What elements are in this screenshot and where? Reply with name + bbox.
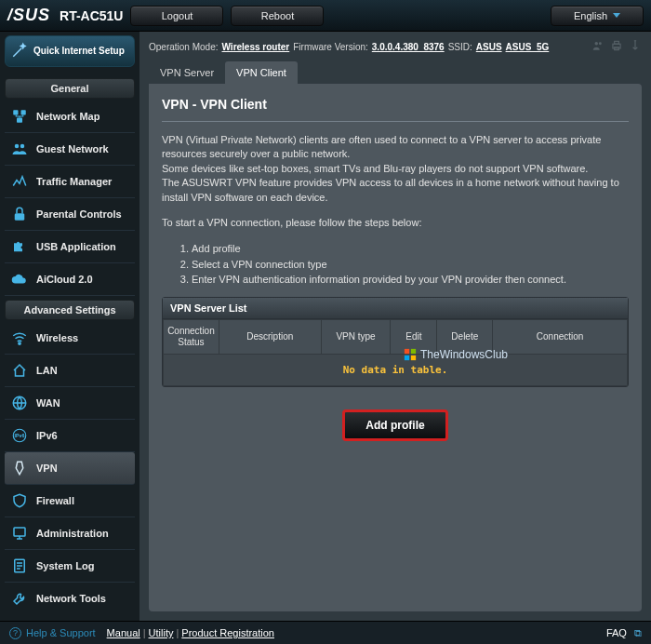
col-connection-status: Connection Status — [164, 319, 219, 354]
sidebar-item-label: Parental Controls — [36, 208, 122, 220]
svg-rect-15 — [615, 41, 619, 44]
faq-label: FAQ — [606, 627, 627, 638]
panel-p3: The ASUSWRT VPN feature provides VPN acc… — [162, 177, 619, 202]
content-area: Operation Mode: Wireless router Firmware… — [140, 32, 651, 621]
sidebar-item-wan[interactable]: WAN — [5, 387, 135, 420]
network-map-icon — [10, 107, 29, 126]
language-label: English — [574, 10, 607, 21]
qis-label: Quick Internet Setup — [33, 46, 125, 57]
tab-vpn-server[interactable]: VPN Server — [149, 61, 225, 84]
product-registration-link[interactable]: Product Registration — [181, 627, 274, 638]
svg-rect-5 — [15, 213, 25, 221]
wand-icon — [11, 42, 28, 60]
sidebar-item-guest-network[interactable]: Guest Network — [5, 133, 135, 166]
cloud-icon — [10, 270, 29, 288]
logout-button[interactable]: Logout — [130, 6, 223, 26]
help-icon: ? — [9, 627, 21, 639]
step-item: Enter VPN authentication information pro… — [192, 272, 629, 288]
op-mode-value[interactable]: Wireless router — [222, 42, 290, 52]
tab-vpn-client[interactable]: VPN Client — [225, 61, 298, 84]
language-select[interactable]: English — [551, 6, 644, 26]
sidebar-item-aicloud[interactable]: AiCloud 2.0 — [5, 263, 135, 296]
clients-icon[interactable] — [591, 39, 604, 54]
sidebar-item-vpn[interactable]: VPN — [5, 452, 135, 485]
sidebar-item-administration[interactable]: Administration — [5, 517, 135, 550]
col-delete: Delete — [437, 319, 493, 354]
sidebar-item-firewall[interactable]: Firewall — [5, 485, 135, 517]
sidebar-item-label: WAN — [36, 397, 60, 409]
printer-icon[interactable] — [610, 39, 623, 54]
ssid-2[interactable]: ASUS_5G — [506, 42, 550, 52]
sidebar-item-label: Wireless — [36, 332, 78, 343]
sidebar-item-parental-controls[interactable]: Parental Controls — [5, 198, 135, 231]
ipv6-icon: IPv6 — [10, 426, 29, 445]
sidebar-item-label: IPv6 — [36, 430, 58, 441]
traffic-manager-icon — [10, 172, 29, 191]
top-bar: /SUS RT-AC51U Logout Reboot English — [0, 0, 651, 32]
quick-internet-setup-button[interactable]: Quick Internet Setup — [5, 35, 135, 67]
no-data-row: No data in table. — [164, 354, 628, 385]
vpn-server-list: VPN Server List Connection Status Descri… — [162, 297, 629, 387]
log-icon — [10, 557, 29, 575]
svg-rect-10 — [14, 528, 25, 536]
step-item: Add profile — [192, 241, 629, 257]
svg-point-13 — [599, 42, 602, 45]
sidebar-item-network-tools[interactable]: Network Tools — [5, 583, 135, 614]
op-mode-label: Operation Mode: — [149, 42, 219, 52]
sidebar-item-label: Firewall — [36, 495, 74, 506]
col-edit: Edit — [391, 319, 437, 354]
steps-list: Add profile Select a VPN connection type… — [162, 241, 629, 288]
ssid-label: SSID: — [448, 42, 472, 52]
advanced-section-title: Advanced Settings — [5, 300, 135, 320]
wireless-icon — [10, 329, 29, 347]
manual-link[interactable]: Manual — [107, 627, 140, 638]
utility-link[interactable]: Utility — [149, 627, 174, 638]
tools-icon — [10, 589, 29, 608]
svg-point-12 — [595, 42, 599, 46]
wan-icon — [10, 394, 29, 412]
sidebar-item-ipv6[interactable]: IPv6 IPv6 — [5, 420, 135, 452]
sidebar-item-wireless[interactable]: Wireless — [5, 322, 135, 355]
help-support-link[interactable]: Help & Support — [26, 627, 96, 638]
ssid-1[interactable]: ASUS — [476, 42, 502, 52]
svg-rect-1 — [21, 110, 26, 114]
col-description: Description — [219, 319, 321, 354]
sidebar-item-network-map[interactable]: Network Map — [5, 101, 135, 133]
lock-icon — [10, 205, 29, 223]
sidebar: Quick Internet Setup General Network Map… — [0, 32, 140, 621]
sidebar-item-traffic-manager[interactable]: Traffic Manager — [5, 166, 135, 198]
sidebar-item-usb-application[interactable]: USB Application — [5, 231, 135, 263]
sidebar-item-label: Guest Network — [36, 143, 109, 154]
col-connection: Connection — [493, 319, 628, 354]
admin-icon — [10, 524, 29, 543]
svg-point-4 — [20, 144, 25, 149]
sidebar-item-system-log[interactable]: System Log — [5, 550, 135, 583]
sidebar-item-lan[interactable]: LAN — [5, 355, 135, 387]
model-name: RT-AC51U — [60, 8, 123, 23]
panel-p4: To start a VPN connection, please follow… — [162, 216, 629, 230]
guest-network-icon — [10, 140, 29, 158]
panel-p1: VPN (Virtual Private Network) clients ar… — [162, 134, 601, 159]
panel-title: VPN - VPN Client — [162, 97, 629, 122]
faq-link[interactable]: FAQ ⧉ — [606, 627, 642, 639]
general-section-title: General — [5, 78, 135, 99]
sidebar-item-label: VPN — [36, 463, 58, 474]
fw-value[interactable]: 3.0.0.4.380_8376 — [372, 42, 445, 52]
sidebar-item-label: Traffic Manager — [36, 176, 112, 187]
usb-icon[interactable] — [629, 39, 642, 54]
panel-p2: Some devices like set-top boxes, smart T… — [162, 163, 588, 174]
external-link-icon: ⧉ — [634, 627, 642, 639]
vpn-icon — [10, 459, 29, 477]
chevron-down-icon — [613, 13, 620, 18]
sidebar-item-label: Administration — [36, 528, 109, 539]
step-item: Select a VPN connection type — [192, 257, 629, 273]
svg-point-6 — [19, 342, 20, 344]
brand-logo: /SUS — [7, 6, 50, 25]
add-profile-button[interactable]: Add profile — [342, 409, 447, 441]
server-list-title: VPN Server List — [163, 298, 628, 319]
vpn-client-panel: VPN - VPN Client VPN (Virtual Private Ne… — [149, 84, 642, 611]
puzzle-icon — [10, 237, 29, 256]
reboot-button[interactable]: Reboot — [231, 6, 324, 26]
sidebar-item-label: AiCloud 2.0 — [36, 274, 93, 285]
sidebar-item-label: LAN — [36, 365, 58, 376]
